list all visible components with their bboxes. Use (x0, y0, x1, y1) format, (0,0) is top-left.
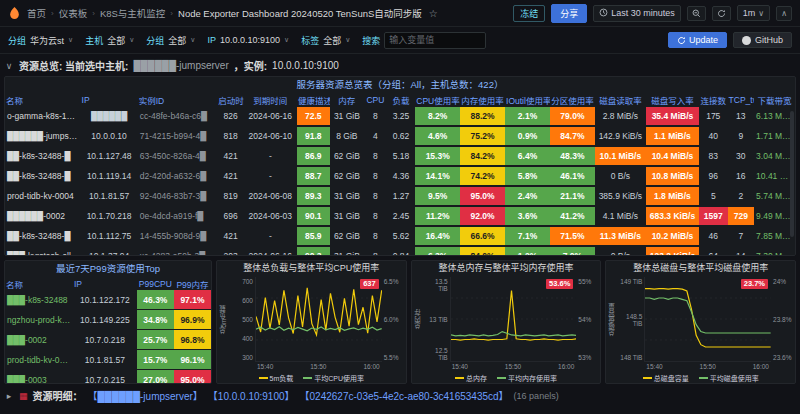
favorite-star-icon[interactable]: ☆ (429, 8, 438, 19)
table-row[interactable]: ██-k8s-32488-█10.1.112.7514-455b-908d-9█… (5, 226, 795, 246)
table-row[interactable]: ███-k8s-3248810.1.122.17246.3%97.1% (5, 290, 211, 310)
collapse-topbar-button[interactable]: ∧ (776, 6, 792, 21)
table-row[interactable]: ███-000210.7.0.21825.7%96.8% (5, 330, 211, 350)
legend-item[interactable]: 平均CPU使用率 (303, 373, 364, 383)
section-overview-host: ██████-jumpserver (133, 60, 228, 71)
chart-title[interactable]: 整体总负载与整体平均CPU使用率 (217, 261, 406, 275)
variable-4[interactable]: 标签全部∨ (301, 34, 350, 47)
legend-swatch (497, 377, 506, 379)
cell-mem: 62 GiB (330, 166, 365, 186)
cell-ip: 10.7.0.215 (73, 370, 137, 385)
column-header[interactable]: TCP_tw (728, 93, 755, 107)
legend-item[interactable]: 总内存 (455, 373, 487, 383)
cell-name: ngzhou-prod-k8s-1 (5, 310, 73, 330)
column-header[interactable]: CPU使用率 (415, 93, 460, 107)
variable-3[interactable]: IP10.0.0.10:9100∨ (207, 35, 289, 45)
chevron-down-icon: ∨ (284, 36, 289, 44)
column-header[interactable]: 内存 (330, 93, 365, 107)
column-header[interactable]: 磁盘读取率 (595, 93, 646, 107)
variable-0[interactable]: 分组华为云st∨ (8, 34, 73, 47)
overview-table-title[interactable]: 服务器资源总览表（分组：All，主机总数：422） (5, 77, 795, 93)
cell-dw: 1.8 MiB/s (646, 186, 699, 206)
variable-value: 全部 (168, 34, 186, 47)
chart-title[interactable]: 整体总磁盘与整体平均磁盘使用率 (606, 261, 795, 275)
update-button[interactable]: Update (668, 32, 727, 48)
current-value-badge: 637 (360, 279, 379, 289)
legend-item[interactable]: 平均内存使用率 (497, 373, 557, 383)
column-header[interactable]: 实例ID (138, 93, 218, 107)
table-row[interactable]: prod-tidb-kv-000410.1.81.5792-4046-83b7-… (5, 186, 795, 206)
column-header[interactable]: 连接数 (699, 93, 728, 107)
cell-load: 5.18 (387, 146, 416, 166)
time-range-picker[interactable]: Last 30 minutes (593, 5, 681, 22)
column-header[interactable]: 负载 (387, 93, 416, 107)
legend-item[interactable]: 总磁盘容量 (643, 373, 689, 383)
column-header[interactable]: 到期时间 (244, 93, 297, 107)
table-row[interactable]: ███-000310.7.0.21527.0%95.0% (5, 370, 211, 385)
cell-cpuu: 14.1% (415, 166, 460, 186)
github-button[interactable]: GitHub (733, 32, 792, 48)
column-header[interactable]: 名称 (5, 93, 81, 107)
column-header[interactable]: IP (73, 277, 137, 290)
column-header[interactable]: 内存使用率 (460, 93, 505, 107)
column-header[interactable]: 下载带宽 (754, 93, 795, 107)
cell-dw: 683.3 KiB/s (646, 206, 699, 226)
cell-bw: 3.04 Mb/s (754, 146, 795, 166)
column-header[interactable]: 启动时间 (217, 93, 244, 107)
zoom-out-icon[interactable] (687, 6, 706, 21)
column-header[interactable]: 健康描述 (297, 93, 330, 107)
table-row[interactable]: ██████-jumpserver10.0.0.1071-4215-b994-4… (5, 126, 795, 146)
cell-io: 1.2% (505, 246, 550, 256)
x-axis-tick: 16:00 (363, 363, 379, 372)
cell-io: 3.6% (505, 206, 550, 226)
chart-title[interactable]: 整体总内存与整体平均内存使用率 (412, 261, 601, 275)
breadcrumb-item[interactable]: 仪表板 (59, 6, 88, 20)
column-header[interactable]: 磁盘写入率 (646, 93, 699, 107)
legend-item[interactable]: 5m负载 (259, 373, 294, 383)
breadcrumb-item[interactable]: 首页 (27, 6, 46, 20)
table-row[interactable]: ███-logstash-all10.1.37.94xc-4283-a59b-3… (5, 246, 795, 256)
y-axis-tick: 53% (578, 354, 596, 361)
variable-1[interactable]: 主机全部∨ (85, 34, 134, 47)
column-header[interactable]: P99CPU (137, 277, 174, 290)
column-header[interactable]: 名称 (5, 277, 73, 290)
table-row[interactable]: ██████-000210.1.70.2180e-4dcd-a919-f█696… (5, 206, 795, 226)
cell-cpu: 8 (364, 146, 386, 166)
grafana-logo-icon[interactable] (8, 7, 21, 20)
share-button[interactable]: 分享 (551, 4, 587, 23)
cell-health: 72.5 (297, 107, 330, 126)
table-row[interactable]: ngzhou-prod-k8s-110.1.149.22534.8%96.9% (5, 310, 211, 330)
cell-dw: 10.8 MiB/s (646, 166, 699, 186)
column-header[interactable]: 分区使用率 (550, 93, 595, 107)
section-resource-overview[interactable]: ∨ 资源总览: 当前选中主机: ██████-jumpserver ，实例: 1… (4, 57, 796, 74)
cell-ip: 10.1.149.225 (73, 310, 137, 330)
plot-area[interactable]: 23.7% (644, 277, 771, 362)
plot-area[interactable]: 637 (255, 277, 382, 362)
plot-area[interactable]: 53.6% (450, 277, 577, 362)
refresh-icon[interactable] (712, 6, 731, 21)
table-row[interactable]: ██-k8s-32488-█10.1.127.4863-450c-826a-4█… (5, 146, 795, 166)
cell-memu: 84.0% (460, 246, 505, 256)
variable-2[interactable]: 分组全部∨ (146, 34, 195, 47)
variable-search-input[interactable] (384, 32, 486, 49)
column-header[interactable]: IOutil使用率 (505, 93, 550, 107)
cell-dr: 385.9 KiB/s (595, 186, 646, 206)
p99-table-title[interactable]: 最近7天P99资源使用Top (5, 261, 211, 277)
refresh-interval-dropdown[interactable]: 1m ∨ (737, 5, 770, 21)
cell-load: 5.62 (387, 226, 416, 246)
legend-item[interactable]: 平均磁盘使用率 (699, 373, 759, 383)
section-resource-detail[interactable]: ▸ ▦ 资源明细： 【██████-jumpserver】 【10.0.0.10… (4, 387, 796, 404)
table-scrollbar[interactable] (790, 111, 794, 237)
cell-memu: 88.2% (460, 107, 505, 126)
column-header[interactable]: CPU (364, 93, 386, 107)
y-axis-tick: 6.0% (384, 316, 402, 323)
column-header[interactable]: IP (81, 93, 138, 107)
freeze-button[interactable]: 冻结 (513, 5, 545, 22)
variable-5[interactable]: 搜索 (362, 32, 486, 49)
breadcrumb-item[interactable]: K8S与主机监控 (100, 6, 165, 20)
column-header[interactable]: P99内存 (174, 277, 211, 290)
table-row[interactable]: o-gamma-k8s-16235██████cc-48fe-b46a-c6█8… (5, 107, 795, 126)
table-row[interactable]: prod-tidb-kv-000410.1.81.5715.7%96.1% (5, 350, 211, 370)
table-row[interactable]: ██-k8s-32488-█10.1.119.14d2-420d-a632-6█… (5, 166, 795, 186)
dashboard-title[interactable]: Node Exporter Dashboard 20240520 TenSunS… (178, 6, 422, 20)
